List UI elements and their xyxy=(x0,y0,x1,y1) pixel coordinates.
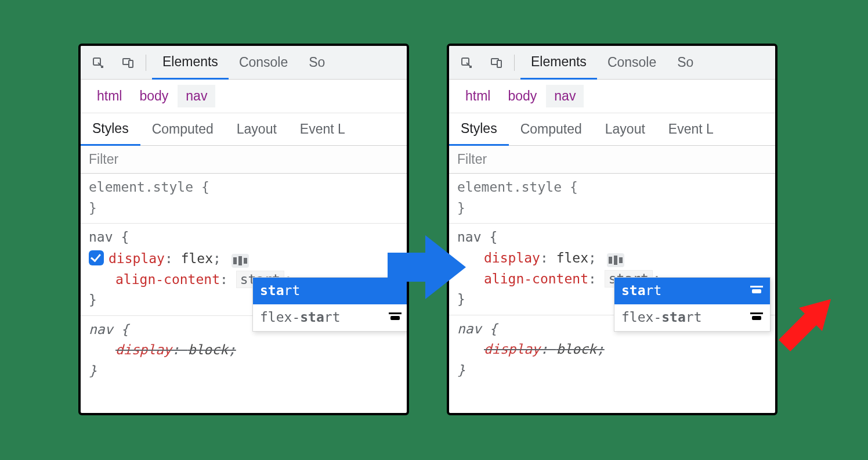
subtab-computed[interactable]: Computed xyxy=(509,113,594,145)
inspect-icon[interactable] xyxy=(85,50,111,76)
autocomplete-option-start[interactable]: start xyxy=(614,278,770,304)
subtab-eventlisteners-truncated[interactable]: Event L xyxy=(288,113,357,145)
flexbox-editor-icon[interactable] xyxy=(232,254,249,268)
tab-console[interactable]: Console xyxy=(229,46,298,79)
filter-row xyxy=(449,146,775,174)
subtab-layout[interactable]: Layout xyxy=(594,113,657,145)
overridden-declaration: display: block; xyxy=(484,342,605,357)
overridden-declaration: display: block; xyxy=(115,342,236,357)
styles-subtabs: Styles Computed Layout Event L xyxy=(449,113,775,146)
selector-nav: nav { xyxy=(89,229,129,245)
css-value-flex[interactable]: flex xyxy=(556,250,588,265)
subtab-layout[interactable]: Layout xyxy=(225,113,288,145)
tab-sources-truncated[interactable]: So xyxy=(667,46,704,79)
devtools-toolbar: Elements Console So xyxy=(449,46,775,80)
styles-filter-input[interactable] xyxy=(89,152,399,167)
inspect-icon[interactable] xyxy=(454,50,479,76)
breadcrumb-nav[interactable]: nav xyxy=(546,85,584,107)
css-value-flex[interactable]: flex xyxy=(181,251,213,266)
nav-rule-block[interactable]: nav { display: flex; align-content: star… xyxy=(449,224,775,315)
tab-elements[interactable]: Elements xyxy=(520,46,597,80)
tab-elements[interactable]: Elements xyxy=(152,46,229,80)
styles-subtabs: Styles Computed Layout Event L xyxy=(81,113,407,146)
selector-element-style: element.style { xyxy=(457,179,578,195)
toolbar-divider xyxy=(514,55,515,71)
align-start-icon xyxy=(750,286,763,296)
styles-filter-input[interactable] xyxy=(457,152,767,167)
callout-arrow-icon xyxy=(773,293,837,360)
flexbox-editor-icon[interactable] xyxy=(607,253,624,267)
devtools-toolbar: Elements Console So xyxy=(81,46,407,80)
subtab-styles[interactable]: Styles xyxy=(449,114,509,146)
breadcrumb-body[interactable]: body xyxy=(500,85,545,107)
svg-marker-6 xyxy=(388,235,466,299)
breadcrumb: html body nav xyxy=(81,80,407,113)
breadcrumb-nav[interactable]: nav xyxy=(178,85,215,107)
selector-ua-nav: nav { xyxy=(89,322,129,337)
subtab-styles[interactable]: Styles xyxy=(81,114,140,146)
svg-rect-5 xyxy=(497,60,501,67)
css-property-align-content[interactable]: align-content xyxy=(115,272,220,287)
nav-rule-block[interactable]: nav { display: flex; align-content: star… xyxy=(81,224,407,316)
ua-nav-rule-block[interactable]: nav { display: block; } xyxy=(81,316,407,386)
ua-nav-rule-block[interactable]: nav { display: block; } xyxy=(449,315,775,386)
css-property-display[interactable]: display xyxy=(484,250,540,265)
filter-row xyxy=(81,146,407,174)
element-style-block[interactable]: element.style { } xyxy=(81,174,407,224)
selector-ua-nav: nav { xyxy=(457,321,497,336)
breadcrumb-html[interactable]: html xyxy=(89,85,130,107)
device-toggle-icon[interactable] xyxy=(484,50,509,76)
devtools-panel-before: Elements Console So html body nav Styles… xyxy=(78,44,409,415)
svg-marker-7 xyxy=(779,299,831,351)
selector-element-style: element.style { xyxy=(89,179,209,195)
tab-console[interactable]: Console xyxy=(597,46,667,79)
element-style-block[interactable]: element.style { } xyxy=(449,174,775,224)
transition-arrow-icon xyxy=(382,232,469,304)
breadcrumb: html body nav xyxy=(449,80,775,113)
property-enabled-checkbox[interactable] xyxy=(89,250,104,265)
breadcrumb-body[interactable]: body xyxy=(131,85,176,107)
css-property-display[interactable]: display xyxy=(108,251,165,266)
device-toggle-icon[interactable] xyxy=(115,50,141,76)
breadcrumb-html[interactable]: html xyxy=(457,85,498,107)
toolbar-divider xyxy=(146,55,146,71)
svg-rect-2 xyxy=(129,60,133,67)
devtools-panel-after: Elements Console So html body nav Styles… xyxy=(447,44,777,415)
subtab-eventlisteners-truncated[interactable]: Event L xyxy=(657,113,725,145)
css-property-align-content[interactable]: align-content xyxy=(484,271,588,286)
tab-sources-truncated[interactable]: So xyxy=(298,46,335,79)
subtab-computed[interactable]: Computed xyxy=(140,113,225,145)
